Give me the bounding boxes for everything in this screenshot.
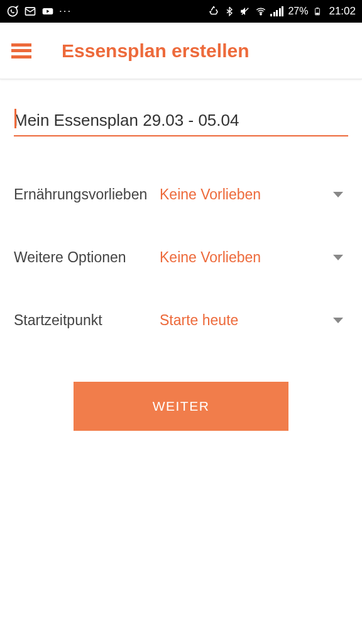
diet-preferences-row: Ernährungsvorlieben Keine Vorlieben <box>14 163 348 226</box>
chevron-down-icon <box>333 192 343 197</box>
battery-icon <box>311 5 324 18</box>
form-content: Ernährungsvorlieben Keine Vorlieben Weit… <box>0 79 362 431</box>
signal-icon <box>270 6 283 16</box>
menu-icon[interactable] <box>11 43 31 58</box>
whatsapp-icon <box>6 5 19 18</box>
diet-preferences-value: Keine Vorlieben <box>160 186 261 203</box>
diet-preferences-label: Ernährungsvorlieben <box>14 186 160 203</box>
start-time-row: Startzeitpunkt Starte heute <box>14 289 348 352</box>
status-left: ··· <box>6 5 72 18</box>
battery-percent: 27% <box>288 6 308 17</box>
mute-icon <box>239 5 251 18</box>
page-title: Essensplan erstellen <box>62 40 249 62</box>
start-time-label: Startzeitpunkt <box>14 312 160 329</box>
youtube-icon <box>41 5 54 18</box>
more-options-select[interactable]: Keine Vorlieben <box>160 249 348 266</box>
chevron-down-icon <box>333 255 343 260</box>
clock-time: 21:02 <box>329 5 356 18</box>
more-options-value: Keine Vorlieben <box>160 249 261 266</box>
svg-rect-5 <box>317 8 319 8</box>
bluetooth-icon <box>223 5 236 18</box>
more-options-row: Weitere Optionen Keine Vorlieben <box>14 226 348 289</box>
chevron-down-icon <box>333 318 343 323</box>
diet-preferences-select[interactable]: Keine Vorlieben <box>160 186 348 203</box>
svg-point-3 <box>260 13 261 14</box>
status-bar: ··· 27% 21:02 <box>0 0 362 23</box>
more-options-label: Weitere Optionen <box>14 249 160 266</box>
mail-icon <box>24 5 36 18</box>
recycle-icon <box>207 5 220 18</box>
start-time-select[interactable]: Starte heute <box>160 312 348 329</box>
status-right: 27% 21:02 <box>207 5 356 18</box>
wifi-icon <box>255 5 267 18</box>
plan-name-input[interactable] <box>14 107 348 136</box>
app-header: Essensplan erstellen <box>0 23 362 79</box>
svg-rect-6 <box>316 13 319 14</box>
more-icon: ··· <box>59 5 72 18</box>
continue-button[interactable]: WEITER <box>74 382 288 431</box>
text-cursor <box>14 109 16 128</box>
start-time-value: Starte heute <box>160 312 238 329</box>
plan-name-field[interactable] <box>14 107 348 136</box>
